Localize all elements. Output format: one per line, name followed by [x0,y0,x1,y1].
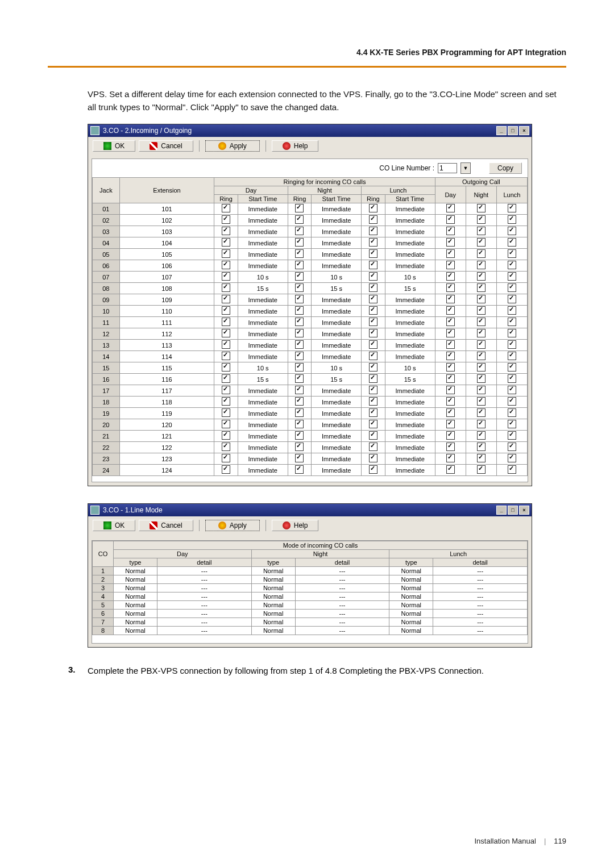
cell-out-lunch[interactable] [496,408,527,419]
cell-ring-lunch[interactable] [362,215,385,226]
cell-start-night[interactable]: Immediate [312,260,362,272]
cell-out-day[interactable] [435,340,466,351]
checkbox-icon[interactable] [369,318,377,326]
cell-ring-lunch[interactable] [362,397,385,408]
checkbox-icon[interactable] [222,272,230,281]
checkbox-icon[interactable] [369,283,377,292]
cell-lunch-detail[interactable]: --- [433,610,528,618]
checkbox-icon[interactable] [369,454,377,462]
cell-start-lunch[interactable]: Immediate [385,317,435,328]
cell-start-night[interactable]: 10 s [312,362,362,374]
checkbox-icon[interactable] [295,363,304,372]
cell-ring-night[interactable] [288,203,311,215]
cell-ring-day[interactable] [214,237,238,249]
checkbox-icon[interactable] [446,215,455,224]
cell-ring-lunch[interactable] [362,453,385,465]
cell-start-day[interactable]: Immediate [238,237,288,249]
cell-start-lunch[interactable]: Immediate [385,340,435,351]
cell-out-lunch[interactable] [496,374,527,385]
cell-day-type[interactable]: Normal [114,601,157,610]
cell-day-type[interactable]: Normal [114,592,157,601]
cell-start-night[interactable]: Immediate [312,351,362,362]
checkbox-icon[interactable] [295,204,304,212]
checkbox-icon[interactable] [295,249,304,258]
checkbox-icon[interactable] [508,306,516,315]
checkbox-icon[interactable] [369,249,377,258]
co-line-input[interactable] [438,163,457,173]
cell-ext[interactable]: 113 [119,340,214,351]
cell-ring-lunch[interactable] [362,226,385,237]
checkbox-icon[interactable] [369,397,377,406]
cell-lunch-detail[interactable]: --- [433,567,528,575]
cell-start-lunch[interactable]: Immediate [385,249,435,260]
cell-start-day[interactable]: Immediate [238,260,288,272]
cell-start-lunch[interactable]: Immediate [385,465,435,476]
cell-ring-night[interactable] [288,283,311,294]
checkbox-icon[interactable] [222,386,230,394]
cell-start-night[interactable]: Immediate [312,465,362,476]
checkbox-icon[interactable] [508,363,516,372]
checkbox-icon[interactable] [446,420,455,428]
cell-out-lunch[interactable] [496,397,527,408]
help-button[interactable]: Help [272,140,319,152]
cell-start-night[interactable]: Immediate [312,397,362,408]
cell-start-day[interactable]: Immediate [238,306,288,317]
checkbox-icon[interactable] [508,283,516,292]
checkbox-icon[interactable] [508,386,516,394]
checkbox-icon[interactable] [222,374,230,383]
checkbox-icon[interactable] [295,261,304,269]
cell-ext[interactable]: 123 [119,453,214,465]
checkbox-icon[interactable] [446,352,455,360]
checkbox-icon[interactable] [477,204,486,212]
checkbox-icon[interactable] [369,386,377,394]
cell-out-day[interactable] [435,203,466,215]
cell-lunch-type[interactable]: Normal [389,610,433,618]
checkbox-icon[interactable] [446,204,455,212]
checkbox-icon[interactable] [222,318,230,326]
checkbox-icon[interactable] [369,329,377,337]
checkbox-icon[interactable] [295,215,304,224]
cell-ring-day[interactable] [214,442,238,453]
cell-out-day[interactable] [435,351,466,362]
checkbox-icon[interactable] [508,454,516,462]
cell-start-day[interactable]: Immediate [238,328,288,340]
checkbox-icon[interactable] [446,272,455,281]
checkbox-icon[interactable] [369,238,377,247]
checkbox-icon[interactable] [369,465,377,474]
cell-start-lunch[interactable]: Immediate [385,226,435,237]
cell-out-night[interactable] [466,453,496,465]
help-button[interactable]: Help [272,520,319,531]
cell-lunch-type[interactable]: Normal [389,627,433,635]
checkbox-icon[interactable] [477,306,486,315]
cell-ring-lunch[interactable] [362,260,385,272]
checkbox-icon[interactable] [222,431,230,440]
cell-ring-lunch[interactable] [362,351,385,362]
checkbox-icon[interactable] [477,283,486,292]
checkbox-icon[interactable] [295,465,304,474]
cell-night-type[interactable]: Normal [251,575,295,584]
checkbox-icon[interactable] [295,443,304,451]
cell-day-type[interactable]: Normal [114,584,157,592]
cell-start-lunch[interactable]: Immediate [385,419,435,431]
checkbox-icon[interactable] [295,420,304,428]
checkbox-icon[interactable] [508,340,516,349]
cell-start-day[interactable]: Immediate [238,226,288,237]
cell-start-day[interactable]: Immediate [238,294,288,306]
checkbox-icon[interactable] [295,340,304,349]
cell-out-lunch[interactable] [496,340,527,351]
cell-out-day[interactable] [435,215,466,226]
checkbox-icon[interactable] [446,340,455,349]
cell-out-night[interactable] [466,397,496,408]
cell-ext[interactable]: 121 [119,431,214,442]
cell-ext[interactable]: 112 [119,328,214,340]
checkbox-icon[interactable] [295,306,304,315]
cell-start-night[interactable]: Immediate [312,215,362,226]
cell-start-lunch[interactable]: Immediate [385,431,435,442]
checkbox-icon[interactable] [369,352,377,360]
cell-ring-lunch[interactable] [362,283,385,294]
checkbox-icon[interactable] [369,306,377,315]
cell-start-night[interactable]: Immediate [312,249,362,260]
cell-day-type[interactable]: Normal [114,618,157,627]
checkbox-icon[interactable] [369,374,377,383]
checkbox-icon[interactable] [446,306,455,315]
